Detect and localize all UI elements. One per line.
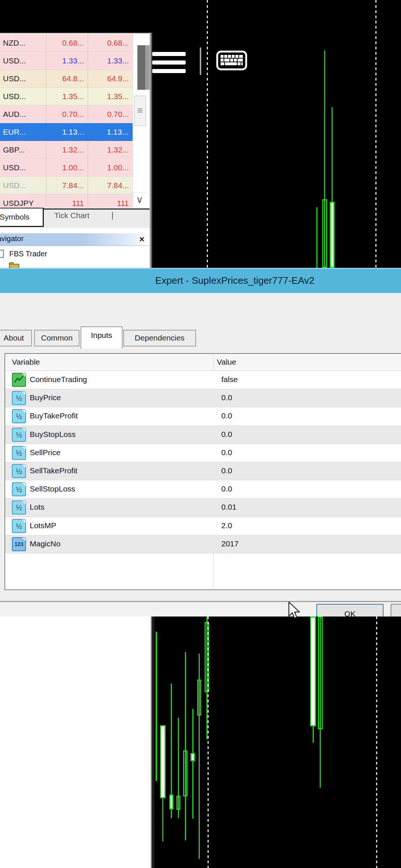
double-type-icon: ½ [12,519,26,533]
parameter-value[interactable]: 0.0 [221,466,232,475]
menu-icon[interactable] [152,50,186,74]
table-rows: ContinueTradingfalse½BuyPrice0.0½BuyTake… [5,371,401,553]
period-separator-line [375,0,376,268]
navigator-item-label: FBS Trader [9,250,47,258]
parameter-value[interactable]: 0.0 [221,430,232,439]
parameter-row[interactable]: ½SellTakeProfit0.0 [5,462,401,480]
market-watch-table: NZD...0.68...0.68...USD...1.33...1.33...… [0,34,133,208]
double-type-icon: ½ [12,391,26,405]
candle-wick [192,709,193,819]
parameter-value[interactable]: 0.0 [221,393,232,402]
tab-about[interactable]: About [0,330,32,346]
double-type-icon: ½ [12,482,26,496]
symbol-cell: USD... [0,159,46,177]
parameter-name: ContinueTrading [30,375,87,384]
candle-body [183,750,188,796]
account-icon [0,250,4,258]
parameter-row[interactable]: ½BuyStopLoss0.0 [5,426,401,444]
column-header-variable[interactable]: Variable [12,358,40,366]
parameter-name: BuyStopLoss [30,430,76,439]
candle-body [310,617,316,726]
parameter-name: SellPrice [30,448,61,457]
market-watch-row[interactable]: AUD...0.70...0.70... [0,105,133,123]
symbol-cell: USD... [0,52,46,70]
parameter-name: Lots [30,503,45,512]
bid-cell: 1.35... [46,88,88,105]
candle-wick [185,652,186,840]
tab-tick-chart[interactable]: Tick Chart [54,211,89,220]
market-watch-row[interactable]: USDJPY111111 [0,194,133,208]
parameter-row[interactable]: ½BuyTakeProfit0.0 [5,407,401,425]
bid-cell: 64.8... [46,70,88,88]
period-separator-line [376,617,377,868]
navigator-item-fbs-trader[interactable]: FBS Trader [0,249,111,260]
market-watch-row[interactable]: NZD...0.68...0.68... [0,34,133,52]
parameter-row[interactable]: ½SellPrice0.0 [5,444,401,462]
tab-symbols[interactable]: Symbols [0,208,44,227]
ask-cell: 1.32... [88,141,133,159]
ask-cell: 1.13... [88,123,133,141]
mouse-cursor [288,602,301,623]
market-watch-row[interactable]: USD...7.84...7.84... [0,177,133,194]
tab-strip: Tick Chart | [44,208,152,228]
market-watch-row[interactable]: USD...64.8...64.9... [0,70,133,88]
ask-cell: 111 [88,194,133,208]
menu-bar [152,52,186,56]
app-screen: NZD...0.68...0.68...USD...1.33...1.33...… [0,0,401,868]
parameter-value[interactable]: 0.0 [221,448,232,457]
period-separator-line [208,617,209,868]
parameter-row[interactable]: ½BuyPrice0.0 [5,389,401,407]
tab-dependencies[interactable]: Dependencies [123,330,196,346]
column-header-value[interactable]: Value [217,358,236,366]
double-type-icon: ½ [12,446,26,460]
int-type-icon: 123 [12,537,26,551]
tab-separator: | [111,210,114,220]
keyboard-icon[interactable] [216,50,247,70]
market-watch-tabs: Symbols Tick Chart | [0,208,152,228]
parameter-value[interactable]: false [221,375,238,384]
candle-wick [156,632,157,781]
panel-edge [150,33,152,268]
table-header: Variable Value [5,354,401,371]
parameter-row[interactable]: ½SellStopLoss0.0 [5,480,401,499]
dialog-body: About Common Inputs Dependencies Variabl… [0,293,401,606]
tab-common[interactable]: Common [34,330,79,346]
parameter-value[interactable]: 0.01 [221,503,237,512]
market-watch-row[interactable]: GBP...1.32...1.32... [0,141,133,159]
bid-cell: 1.13... [46,123,88,141]
market-watch-row[interactable]: USD...1.33...1.33... [0,52,133,70]
parameter-value[interactable]: 0.0 [221,484,232,493]
double-type-icon: ½ [12,409,26,423]
candle-body [197,680,201,716]
symbol-cell: AUD... [0,105,46,123]
parameter-row[interactable]: ½Lots0.01 [5,499,401,517]
panel-edge [151,617,154,868]
bottom-chart-area[interactable] [0,617,401,868]
market-watch-row[interactable]: USD...1.35...1.35... [0,88,133,105]
scrollbar-down-icon[interactable]: ∨ [133,193,146,208]
bid-cell: 111 [46,194,88,208]
parameter-name: SellTakeProfit [30,466,77,475]
close-icon[interactable]: × [139,234,144,244]
parameter-name: MagicNo [30,539,61,548]
parameter-value[interactable]: 0.0 [221,411,232,420]
symbol-cell: EUR... [0,123,46,141]
menu-bar [152,69,186,73]
market-watch-row[interactable]: USD...1.00...1.00... [0,159,133,177]
parameter-row[interactable]: ½LotsMP2.0 [5,517,401,535]
dialog-title: Expert - SuplexPrices_tiger777-EAv2 [155,275,314,286]
parameter-value[interactable]: 2.0 [221,521,232,530]
tab-inputs[interactable]: Inputs [81,326,123,349]
parameter-value[interactable]: 2017 [221,539,239,548]
parameter-row[interactable]: ContinueTradingfalse [5,371,401,389]
market-watch-row[interactable]: EUR...1.13...1.13... [0,123,133,141]
bid-cell: 1.33... [46,52,88,70]
scrollbar-thumb[interactable]: ≡ [134,96,146,126]
bottom-left-panel [0,617,151,868]
ask-cell: 0.68... [88,34,133,52]
menu-bar [152,60,186,65]
navigator-panel: Navigator × FBS Trader [0,228,150,269]
candle-body [330,202,335,268]
candle-body [176,796,180,810]
parameter-row[interactable]: 123MagicNo2017 [5,535,401,553]
